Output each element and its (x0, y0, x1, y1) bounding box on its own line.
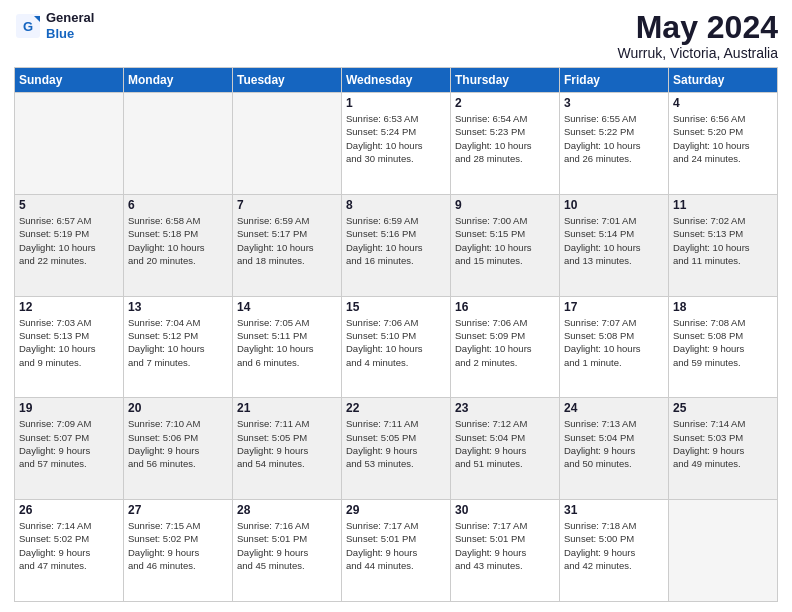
day-info: Sunrise: 7:11 AM Sunset: 5:05 PM Dayligh… (346, 417, 446, 470)
day-info: Sunrise: 7:11 AM Sunset: 5:05 PM Dayligh… (237, 417, 337, 470)
day-cell: 27Sunrise: 7:15 AM Sunset: 5:02 PM Dayli… (124, 500, 233, 602)
day-info: Sunrise: 7:10 AM Sunset: 5:06 PM Dayligh… (128, 417, 228, 470)
main-title: May 2024 (617, 10, 778, 45)
day-number: 13 (128, 300, 228, 314)
day-number: 31 (564, 503, 664, 517)
day-number: 23 (455, 401, 555, 415)
day-info: Sunrise: 7:02 AM Sunset: 5:13 PM Dayligh… (673, 214, 773, 267)
day-number: 27 (128, 503, 228, 517)
week-row-4: 19Sunrise: 7:09 AM Sunset: 5:07 PM Dayli… (15, 398, 778, 500)
day-number: 15 (346, 300, 446, 314)
day-cell: 8Sunrise: 6:59 AM Sunset: 5:16 PM Daylig… (342, 194, 451, 296)
day-cell: 16Sunrise: 7:06 AM Sunset: 5:09 PM Dayli… (451, 296, 560, 398)
day-cell: 2Sunrise: 6:54 AM Sunset: 5:23 PM Daylig… (451, 93, 560, 195)
header: G General Blue May 2024 Wurruk, Victoria… (14, 10, 778, 61)
day-number: 8 (346, 198, 446, 212)
day-info: Sunrise: 6:58 AM Sunset: 5:18 PM Dayligh… (128, 214, 228, 267)
day-number: 17 (564, 300, 664, 314)
day-number: 14 (237, 300, 337, 314)
day-info: Sunrise: 7:09 AM Sunset: 5:07 PM Dayligh… (19, 417, 119, 470)
day-cell: 15Sunrise: 7:06 AM Sunset: 5:10 PM Dayli… (342, 296, 451, 398)
day-number: 10 (564, 198, 664, 212)
day-cell: 11Sunrise: 7:02 AM Sunset: 5:13 PM Dayli… (669, 194, 778, 296)
day-number: 2 (455, 96, 555, 110)
day-cell: 6Sunrise: 6:58 AM Sunset: 5:18 PM Daylig… (124, 194, 233, 296)
logo: G General Blue (14, 10, 94, 41)
day-number: 30 (455, 503, 555, 517)
day-cell: 1Sunrise: 6:53 AM Sunset: 5:24 PM Daylig… (342, 93, 451, 195)
day-number: 29 (346, 503, 446, 517)
day-cell: 19Sunrise: 7:09 AM Sunset: 5:07 PM Dayli… (15, 398, 124, 500)
day-info: Sunrise: 7:05 AM Sunset: 5:11 PM Dayligh… (237, 316, 337, 369)
day-info: Sunrise: 7:15 AM Sunset: 5:02 PM Dayligh… (128, 519, 228, 572)
day-number: 1 (346, 96, 446, 110)
day-number: 9 (455, 198, 555, 212)
header-cell-friday: Friday (560, 68, 669, 93)
logo-icon: G (14, 12, 42, 40)
day-number: 3 (564, 96, 664, 110)
header-row: SundayMondayTuesdayWednesdayThursdayFrid… (15, 68, 778, 93)
day-number: 19 (19, 401, 119, 415)
day-info: Sunrise: 7:17 AM Sunset: 5:01 PM Dayligh… (346, 519, 446, 572)
day-info: Sunrise: 7:16 AM Sunset: 5:01 PM Dayligh… (237, 519, 337, 572)
day-cell (233, 93, 342, 195)
calendar-table: SundayMondayTuesdayWednesdayThursdayFrid… (14, 67, 778, 602)
day-info: Sunrise: 6:57 AM Sunset: 5:19 PM Dayligh… (19, 214, 119, 267)
day-info: Sunrise: 6:59 AM Sunset: 5:17 PM Dayligh… (237, 214, 337, 267)
day-cell: 18Sunrise: 7:08 AM Sunset: 5:08 PM Dayli… (669, 296, 778, 398)
day-number: 24 (564, 401, 664, 415)
day-number: 25 (673, 401, 773, 415)
day-info: Sunrise: 7:03 AM Sunset: 5:13 PM Dayligh… (19, 316, 119, 369)
day-cell: 12Sunrise: 7:03 AM Sunset: 5:13 PM Dayli… (15, 296, 124, 398)
header-cell-thursday: Thursday (451, 68, 560, 93)
day-cell (124, 93, 233, 195)
day-number: 28 (237, 503, 337, 517)
week-row-5: 26Sunrise: 7:14 AM Sunset: 5:02 PM Dayli… (15, 500, 778, 602)
day-cell: 30Sunrise: 7:17 AM Sunset: 5:01 PM Dayli… (451, 500, 560, 602)
header-cell-tuesday: Tuesday (233, 68, 342, 93)
day-cell: 17Sunrise: 7:07 AM Sunset: 5:08 PM Dayli… (560, 296, 669, 398)
day-number: 4 (673, 96, 773, 110)
calendar-page: G General Blue May 2024 Wurruk, Victoria… (0, 0, 792, 612)
day-number: 11 (673, 198, 773, 212)
day-cell: 3Sunrise: 6:55 AM Sunset: 5:22 PM Daylig… (560, 93, 669, 195)
day-info: Sunrise: 7:06 AM Sunset: 5:09 PM Dayligh… (455, 316, 555, 369)
day-info: Sunrise: 7:12 AM Sunset: 5:04 PM Dayligh… (455, 417, 555, 470)
day-info: Sunrise: 7:04 AM Sunset: 5:12 PM Dayligh… (128, 316, 228, 369)
day-cell: 7Sunrise: 6:59 AM Sunset: 5:17 PM Daylig… (233, 194, 342, 296)
day-cell: 22Sunrise: 7:11 AM Sunset: 5:05 PM Dayli… (342, 398, 451, 500)
day-cell: 28Sunrise: 7:16 AM Sunset: 5:01 PM Dayli… (233, 500, 342, 602)
day-number: 12 (19, 300, 119, 314)
day-info: Sunrise: 7:17 AM Sunset: 5:01 PM Dayligh… (455, 519, 555, 572)
week-row-1: 1Sunrise: 6:53 AM Sunset: 5:24 PM Daylig… (15, 93, 778, 195)
day-info: Sunrise: 6:59 AM Sunset: 5:16 PM Dayligh… (346, 214, 446, 267)
day-info: Sunrise: 7:06 AM Sunset: 5:10 PM Dayligh… (346, 316, 446, 369)
day-number: 6 (128, 198, 228, 212)
header-cell-monday: Monday (124, 68, 233, 93)
day-info: Sunrise: 7:08 AM Sunset: 5:08 PM Dayligh… (673, 316, 773, 369)
day-cell: 20Sunrise: 7:10 AM Sunset: 5:06 PM Dayli… (124, 398, 233, 500)
day-cell: 29Sunrise: 7:17 AM Sunset: 5:01 PM Dayli… (342, 500, 451, 602)
day-cell: 14Sunrise: 7:05 AM Sunset: 5:11 PM Dayli… (233, 296, 342, 398)
day-cell: 5Sunrise: 6:57 AM Sunset: 5:19 PM Daylig… (15, 194, 124, 296)
day-cell: 24Sunrise: 7:13 AM Sunset: 5:04 PM Dayli… (560, 398, 669, 500)
day-cell: 9Sunrise: 7:00 AM Sunset: 5:15 PM Daylig… (451, 194, 560, 296)
day-info: Sunrise: 7:13 AM Sunset: 5:04 PM Dayligh… (564, 417, 664, 470)
day-number: 26 (19, 503, 119, 517)
day-info: Sunrise: 7:00 AM Sunset: 5:15 PM Dayligh… (455, 214, 555, 267)
logo-general-text: General (46, 10, 94, 26)
day-number: 5 (19, 198, 119, 212)
day-info: Sunrise: 7:14 AM Sunset: 5:03 PM Dayligh… (673, 417, 773, 470)
day-info: Sunrise: 7:14 AM Sunset: 5:02 PM Dayligh… (19, 519, 119, 572)
day-cell: 13Sunrise: 7:04 AM Sunset: 5:12 PM Dayli… (124, 296, 233, 398)
day-info: Sunrise: 6:55 AM Sunset: 5:22 PM Dayligh… (564, 112, 664, 165)
day-number: 16 (455, 300, 555, 314)
day-cell: 31Sunrise: 7:18 AM Sunset: 5:00 PM Dayli… (560, 500, 669, 602)
logo-text: General Blue (46, 10, 94, 41)
day-number: 22 (346, 401, 446, 415)
day-info: Sunrise: 6:56 AM Sunset: 5:20 PM Dayligh… (673, 112, 773, 165)
day-cell (669, 500, 778, 602)
svg-text:G: G (23, 19, 33, 34)
day-info: Sunrise: 7:01 AM Sunset: 5:14 PM Dayligh… (564, 214, 664, 267)
logo-blue-text: Blue (46, 26, 94, 42)
